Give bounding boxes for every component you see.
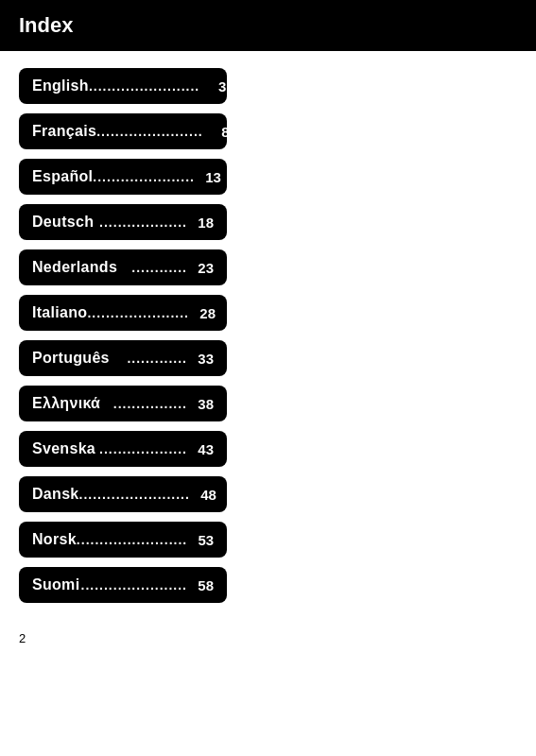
item-label: Italiano [32, 304, 87, 321]
item-label: Español [32, 168, 93, 185]
item-dots: ........................ [79, 487, 190, 502]
item-page: 28 [195, 305, 216, 321]
index-item-franais[interactable]: Français.......................8 [19, 113, 227, 149]
item-dots: ............. [110, 351, 187, 366]
item-label: English [32, 77, 89, 94]
item-dots: ...................... [87, 305, 189, 320]
item-label: Deutsch [32, 214, 94, 231]
item-label: Dansk [32, 486, 79, 503]
index-item-deutsch[interactable]: Deutsch...................18 [19, 204, 227, 240]
item-dots: ....................... [96, 124, 202, 139]
index-item-espaol[interactable]: Español......................13 [19, 159, 227, 195]
item-page: 13 [200, 169, 221, 185]
item-label: Norsk [32, 531, 77, 548]
item-page: 48 [196, 487, 216, 503]
index-item-svenska[interactable]: Svenska...................43 [19, 431, 227, 467]
index-item-dansk[interactable]: Dansk........................48 [19, 476, 227, 512]
index-item-italiano[interactable]: Italiano......................28 [19, 295, 227, 331]
item-label: Français [32, 123, 96, 140]
item-page: 38 [193, 396, 214, 412]
item-dots: ................ [100, 396, 187, 411]
item-dots: ................... [94, 215, 187, 230]
item-dots: ............ [117, 260, 187, 275]
item-label: Nederlands [32, 259, 117, 276]
index-item-portugus[interactable]: Português.............33 [19, 340, 227, 376]
item-page: 3 [205, 78, 226, 94]
item-dots: ................... [95, 441, 187, 456]
page-number: 2 [0, 622, 536, 645]
header-title: Index [19, 13, 73, 37]
item-label: Português [32, 350, 110, 367]
item-page: 33 [193, 351, 214, 367]
index-content: English........................3Français… [0, 51, 536, 622]
item-label: Svenska [32, 440, 95, 457]
item-page: 53 [193, 532, 214, 548]
index-item-suomi[interactable]: Suomi.......................58 [19, 567, 227, 603]
item-dots: ...................... [93, 169, 195, 184]
item-page: 8 [209, 124, 230, 140]
header: Index [0, 0, 536, 51]
item-page: 43 [193, 441, 214, 457]
item-dots: ....................... [79, 577, 187, 593]
item-page: 18 [193, 215, 214, 231]
item-dots: ........................ [89, 78, 199, 94]
index-item-norsk[interactable]: Norsk........................53 [19, 522, 227, 558]
item-page: 58 [193, 577, 214, 593]
item-label: Suomi [32, 576, 79, 593]
item-label: Ελληνικά [32, 395, 100, 412]
index-item-[interactable]: Ελληνικά................38 [19, 386, 227, 421]
index-item-english[interactable]: English........................3 [19, 68, 227, 104]
item-page: 23 [193, 260, 214, 276]
index-item-nederlands[interactable]: Nederlands............23 [19, 249, 227, 285]
item-dots: ........................ [77, 532, 187, 547]
